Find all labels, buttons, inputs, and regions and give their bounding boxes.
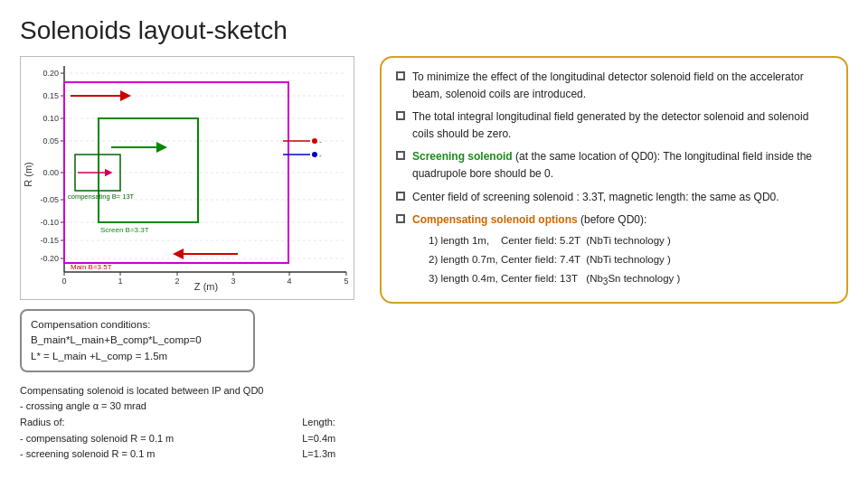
bullet-square-4 [396, 192, 405, 201]
comp-box-text: Compensation conditions: B_main*L_main+B… [31, 317, 244, 364]
radius-length-table: Radius of: Length: - compensating soleno… [20, 415, 363, 463]
bullet-5-suffix: (before QD0): [578, 213, 647, 226]
compensation-box: Compensation conditions: B_main*L_main+B… [20, 309, 255, 372]
bullet-square-2 [396, 111, 405, 120]
sub-item-3: 3) length 0.4m, Center field: 13T (Nb3Sn… [429, 270, 832, 290]
bullet-text-5: Compensating solenoid options (before QD… [412, 211, 832, 291]
info-box: To minimize the effect of the longitudin… [380, 56, 848, 304]
right-column: To minimize the effect of the longitudin… [380, 56, 848, 477]
svg-text:0.05: 0.05 [42, 136, 59, 145]
svg-text:5: 5 [344, 277, 348, 286]
crossing-angle: - crossing angle α = 30 mrad [20, 399, 363, 415]
bullet-text-2: The total integral longitudinal field ge… [412, 108, 832, 142]
bullet-text-1: To minimize the effect of the longitudin… [412, 69, 832, 102]
bullet-2: The total integral longitudinal field ge… [396, 108, 832, 142]
bullet-square-5 [396, 214, 405, 223]
svg-text:0.10: 0.10 [42, 114, 59, 123]
svg-text:2: 2 [175, 277, 179, 286]
svg-text:-: - [319, 137, 322, 145]
bullet-text-4: Center field of screening solenoid : 3.3… [412, 189, 832, 206]
bullet-5: Compensating solenoid options (before QD… [396, 211, 832, 291]
comp-solenoid-r: - compensating solenoid R = 0.1 m [20, 431, 302, 447]
compensating-solenoid-label: Compensating solenoid options [412, 213, 578, 226]
comp-line-3: L* = L_main +L_comp = 1.5m [31, 349, 244, 364]
svg-text:0.20: 0.20 [42, 69, 59, 78]
left-column: R (m) Z (m) 0.20 0.15 0.10 [20, 56, 363, 477]
sub-item-1: 1) length 1m, Center field: 5.2T (NbTi t… [429, 232, 832, 249]
svg-point-57 [312, 152, 317, 157]
svg-text:0: 0 [61, 277, 66, 286]
screening-solenoid-label: Screening solenoid [412, 150, 513, 163]
svg-text:Z (m): Z (m) [194, 281, 218, 292]
bottom-left-text: Compensating solenoid is located between… [20, 383, 363, 463]
page: Solenoids layout-sketch R (m) Z (m) 0.20 [0, 0, 868, 488]
svg-text:0.00: 0.00 [42, 168, 59, 177]
svg-rect-47 [99, 118, 198, 222]
svg-text:4: 4 [287, 277, 291, 286]
svg-text:1: 1 [118, 277, 122, 286]
bottom-intro: Compensating solenoid is located between… [20, 383, 363, 399]
chart-container: R (m) Z (m) 0.20 0.15 0.10 [20, 56, 354, 300]
svg-text:0.15: 0.15 [42, 91, 59, 100]
svg-text:-0.10: -0.10 [40, 218, 59, 227]
screen-solenoid-r: - screening solenoid R = 0.1 m [20, 446, 302, 463]
bullet-1: To minimize the effect of the longitudin… [396, 69, 832, 102]
svg-text:Main B=3.5T: Main B=3.5T [71, 263, 112, 271]
svg-text:-0.05: -0.05 [40, 195, 59, 204]
svg-text:3: 3 [231, 277, 235, 286]
svg-text:-0.15: -0.15 [40, 236, 59, 245]
chart-svg: R (m) Z (m) 0.20 0.15 0.10 [21, 57, 355, 301]
bullet-4: Center field of screening solenoid : 3.3… [396, 189, 832, 206]
sub-item-2: 2) length 0.7m, Center field: 7.4T (NbTi… [429, 251, 832, 268]
length-label: Length: [302, 415, 363, 431]
bullet-square-3 [396, 151, 405, 160]
screen-solenoid-l: L=1.3m [302, 446, 363, 463]
bullet-3: Screening solenoid (at the same location… [396, 148, 832, 182]
svg-text:-0.20: -0.20 [40, 254, 59, 263]
content-row: R (m) Z (m) 0.20 0.15 0.10 [20, 56, 848, 477]
radius-label: Radius of: [20, 415, 302, 431]
svg-text:R (m): R (m) [23, 162, 33, 187]
bullet-square-1 [396, 71, 405, 80]
comp-line-2: B_main*L_main+B_comp*L_comp=0 [31, 333, 244, 348]
bullet-text-3: Screening solenoid (at the same location… [412, 148, 832, 182]
svg-text:Screen B=3.3T: Screen B=3.3T [100, 226, 149, 234]
page-title: Solenoids layout-sketch [20, 16, 848, 45]
comp-line-1: Compensation conditions: [31, 317, 244, 333]
svg-text:compensating B= 13T: compensating B= 13T [68, 192, 135, 201]
comp-solenoid-l: L=0.4m [302, 431, 363, 447]
svg-text:-: - [319, 151, 322, 159]
svg-point-54 [312, 138, 317, 144]
sub-items: 1) length 1m, Center field: 5.2T (NbTi t… [429, 232, 832, 290]
